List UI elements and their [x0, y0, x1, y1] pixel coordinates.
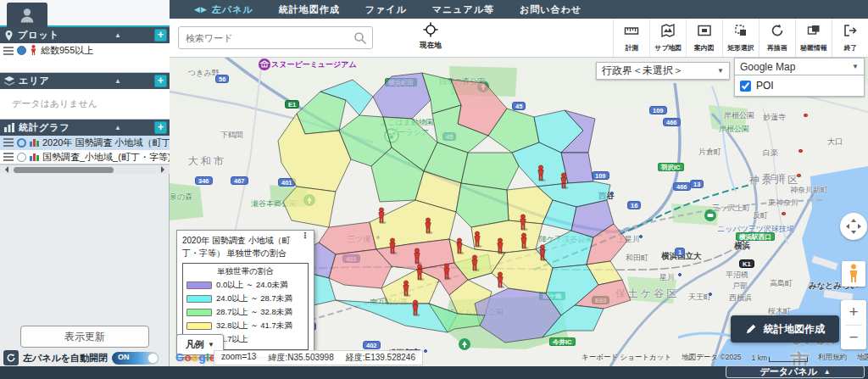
- plot-section-header[interactable]: プロット ▲ +: [0, 27, 170, 43]
- toolbar: 現在地 計測サブ地図案内図矩形選択再描画秘匿情報終了: [170, 19, 868, 58]
- add-graph-button[interactable]: +: [154, 121, 167, 134]
- left-panel: プロット ▲ + 総数955以上 エリア ▲ + データはありません 統計グラフ…: [0, 0, 170, 366]
- area-section-header[interactable]: エリア ▲ +: [0, 73, 170, 89]
- keyboard-shortcuts-link[interactable]: キーボード ショートカット: [581, 353, 671, 363]
- nav-item-3[interactable]: ファイル: [353, 3, 420, 16]
- 計測-button[interactable]: 計測: [613, 19, 649, 57]
- pegman-control[interactable]: [842, 261, 865, 287]
- pan-arrows-icon: [843, 215, 865, 237]
- list-menu-icon[interactable]: [3, 153, 14, 163]
- auto-collapse-toggle[interactable]: ON: [112, 352, 159, 365]
- list-menu-icon[interactable]: [3, 47, 14, 55]
- nav-item-5[interactable]: お問い合わせ: [507, 3, 594, 16]
- scroll-left-arrow[interactable]: [2, 166, 8, 173]
- rect-select-icon: [733, 23, 748, 42]
- latitude-value: 緯度:N35.503998: [268, 352, 333, 364]
- nav-item-4[interactable]: マニュアル等: [420, 3, 507, 16]
- nav-item-label: マニュアル等: [432, 3, 494, 16]
- collapse-icon[interactable]: ▲: [114, 124, 121, 131]
- plot-list: 総数955以上: [0, 43, 170, 73]
- 矩形選択-button[interactable]: 矩形選択: [722, 19, 759, 57]
- legend-menu-icon[interactable]: ⋮: [301, 234, 309, 237]
- 案内図-button[interactable]: 案内図: [686, 19, 722, 57]
- graph-item-1[interactable]: 2020年 国勢調査 小地域（町丁: [0, 136, 170, 150]
- scroll-right-arrow[interactable]: [161, 166, 168, 173]
- redraw-icon: [770, 23, 785, 42]
- poi-checkbox[interactable]: [740, 81, 751, 92]
- submap-icon: [660, 23, 676, 42]
- person-marker-icon: [30, 45, 37, 56]
- zoom-out-button[interactable]: −: [841, 326, 866, 350]
- station-icon: [738, 237, 747, 245]
- user-icon: [18, 6, 36, 25]
- plot-item[interactable]: 総数955以上: [0, 43, 170, 58]
- toggle-knob[interactable]: [147, 353, 159, 364]
- nav-item-1[interactable]: ◀▶左パネル: [181, 3, 266, 16]
- graph-radio[interactable]: [17, 138, 26, 148]
- zoo-icon: [385, 129, 398, 142]
- terms-link[interactable]: 利用規約: [818, 353, 847, 363]
- guide-map-icon: [697, 23, 712, 42]
- tool-button-group: 計測サブ地図案内図矩形選択再描画秘匿情報終了: [613, 19, 868, 57]
- list-menu-icon[interactable]: [3, 138, 14, 148]
- legend-button-label: 凡例: [186, 338, 204, 351]
- add-plot-button[interactable]: +: [154, 29, 167, 42]
- stadium-icon: [704, 209, 716, 221]
- pencil-icon: [745, 323, 757, 335]
- legend-subtitle: 単独世帯の割合: [186, 266, 304, 277]
- plot-section-title: プロット: [18, 29, 110, 42]
- plot-item-label: 総数955以上: [41, 44, 93, 57]
- legend-title: 2020年 国勢調査 小地域（町丁・字等） 単独世帯の割合: [182, 235, 303, 259]
- 秘匿情報-button[interactable]: 秘匿情報: [795, 19, 832, 57]
- admin-boundary-dropdown[interactable]: 行政界＜未選択＞ ▼: [596, 62, 730, 80]
- graph-item-label: 国勢調査_小地域_(町丁・字等): [42, 151, 170, 164]
- add-area-button[interactable]: +: [154, 75, 167, 87]
- refresh-display-button[interactable]: 表示更新: [20, 326, 149, 348]
- pan-control[interactable]: [840, 213, 867, 240]
- nav-item-2[interactable]: 統計地図作成: [266, 3, 353, 16]
- search-input[interactable]: [179, 33, 353, 43]
- tool-button-label: 再描画: [767, 43, 787, 53]
- chevron-down-icon: ▼: [717, 67, 724, 75]
- auto-collapse-label: 左パネルを自動開閉: [23, 352, 108, 365]
- user-tab[interactable]: [7, 3, 47, 27]
- zoom-in-button[interactable]: +: [841, 300, 866, 325]
- scroll-thumb[interactable]: [14, 167, 114, 173]
- graph-item-2[interactable]: 国勢調査_小地域_(町丁・字等): [0, 150, 170, 164]
- chevron-down-icon: ▼: [208, 341, 214, 348]
- graph-section-title: 統計グラフ: [19, 121, 110, 134]
- サブ地図-button[interactable]: サブ地図: [649, 19, 686, 57]
- ruler-icon: [624, 23, 639, 42]
- poi-option: POI: [734, 75, 865, 97]
- current-location-button[interactable]: 現在地: [414, 22, 448, 51]
- bar-chart-icon: [4, 123, 14, 132]
- create-statmap-button[interactable]: 統計地図作成: [731, 315, 839, 343]
- plot-visibility-toggle[interactable]: [17, 46, 26, 55]
- nav-item-label: 左パネル: [212, 3, 253, 16]
- report-error-link[interactable]: 地図の誤りを報告する: [857, 353, 868, 363]
- google-logo[interactable]: Google: [175, 351, 216, 364]
- search-box[interactable]: [178, 26, 373, 49]
- nav-item-label: ファイル: [365, 3, 407, 16]
- current-location-label: 現在地: [414, 41, 448, 51]
- map-canvas[interactable]: つきみ野下鶴間大和市泉の森瀬谷本郷公園スヌーピーミュージアム四季の森公園よこはま…: [170, 58, 868, 366]
- basemap-dropdown[interactable]: Google Map ▼: [734, 58, 865, 75]
- scale-indicator: 1 km: [752, 354, 808, 362]
- data-panel-button[interactable]: データパネル ▲: [726, 365, 865, 378]
- area-section-title: エリア: [19, 75, 110, 87]
- graph-radio[interactable]: [17, 153, 26, 162]
- graph-section-header[interactable]: 統計グラフ ▲ +: [0, 120, 170, 136]
- collapse-icon[interactable]: ▲: [114, 31, 121, 39]
- 終了-button[interactable]: 終了: [832, 19, 868, 57]
- legend-swatch: [186, 281, 212, 289]
- search-icon[interactable]: [353, 31, 367, 45]
- park-icon: [477, 81, 489, 92]
- horizontal-scrollbar[interactable]: [0, 164, 170, 174]
- mini-bar-chart-icon: [30, 152, 39, 163]
- graph-item-label: 2020年 国勢調査 小地域（町丁: [42, 137, 170, 149]
- legend-class-1: 0.0以上 ～ 24.0未満: [186, 280, 304, 291]
- collapse-icon[interactable]: ▲: [114, 77, 121, 85]
- 再描画-button[interactable]: 再描画: [759, 19, 795, 57]
- area-empty-message: データはありません: [0, 89, 170, 110]
- zoom-control: + −: [841, 300, 866, 349]
